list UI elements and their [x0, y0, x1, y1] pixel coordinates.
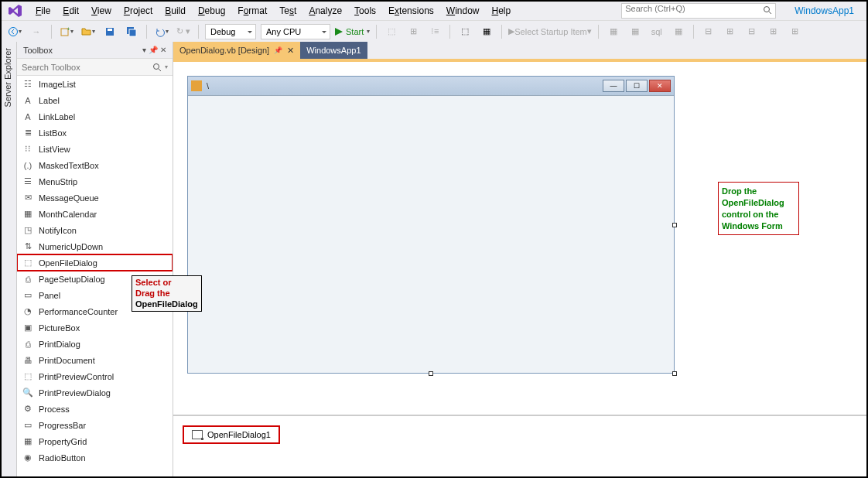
- form-designer-surface[interactable]: \ — ☐ ✕: [173, 62, 866, 415]
- toolbox-search[interactable]: ▾: [17, 59, 173, 76]
- navigate-forward-button[interactable]: →: [28, 23, 45, 40]
- redo-button[interactable]: ↻ ▾: [175, 23, 192, 40]
- solution-config-dropdown[interactable]: Debug: [205, 24, 256, 39]
- toolbar-btn-b[interactable]: ⊞: [405, 23, 422, 40]
- search-icon: [763, 5, 772, 15]
- component-tray[interactable]: OpenFileDialog1: [173, 415, 866, 476]
- toolbox-item-label: MonthCalendar: [39, 210, 97, 219]
- tab-opendialog-design[interactable]: OpenDialog.vb [Design] 📌 ✕: [173, 42, 300, 59]
- start-debug-button[interactable]: Start ▾: [335, 23, 370, 40]
- layout-btn-1[interactable]: ⊟: [700, 23, 717, 40]
- align-btn-4[interactable]: ▦: [670, 23, 687, 40]
- close-button[interactable]: ✕: [649, 80, 671, 92]
- align-btn-2[interactable]: ▦: [627, 23, 644, 40]
- close-icon[interactable]: ✕: [160, 46, 166, 54]
- menu-extensions[interactable]: Extensions: [382, 4, 440, 18]
- close-icon[interactable]: ✕: [287, 46, 294, 56]
- toolbox-item-printdocument[interactable]: 🖶PrintDocument: [17, 352, 173, 368]
- menu-build[interactable]: Build: [159, 4, 192, 18]
- standard-toolbar: ▾ → +▾ ▾ ▾ ↻ ▾ Debug Any CPU Start ▾ ⬚ ⊞…: [2, 20, 866, 42]
- toolbox-item-numericupdown[interactable]: ⇅NumericUpDown: [17, 238, 173, 254]
- undo-button[interactable]: ▾: [153, 23, 170, 40]
- toolbox-item-notifyicon[interactable]: ◳NotifyIcon: [17, 222, 173, 238]
- menu-tools[interactable]: Tools: [348, 4, 382, 18]
- toolbox-item-label: MessageQueue: [39, 193, 99, 203]
- toolbox-item-monthcalendar[interactable]: ▦MonthCalendar: [17, 206, 173, 222]
- menu-debug[interactable]: Debug: [192, 4, 231, 18]
- server-explorer-tab[interactable]: Server Explorer: [2, 42, 17, 476]
- toolbox-item-listbox[interactable]: ≣ListBox: [17, 125, 173, 141]
- form-icon: [191, 80, 202, 91]
- menu-file[interactable]: File: [29, 4, 56, 18]
- toolbar-btn-c[interactable]: ⁝≡: [426, 23, 443, 40]
- menu-edit[interactable]: Edit: [56, 4, 85, 18]
- toolbox-item-picturebox[interactable]: ▣PictureBox: [17, 319, 173, 336]
- svg-line-10: [159, 69, 161, 71]
- toolbox-item-maskedtextbox[interactable]: (.)MaskedTextBox: [17, 157, 173, 173]
- menu-help[interactable]: Help: [486, 4, 518, 18]
- toolbox-item-radiobutton[interactable]: ◉RadioButton: [17, 449, 173, 466]
- toolbox-item-label: Label: [39, 96, 60, 105]
- toolbox-item-imagelist[interactable]: ☷ImageList: [17, 76, 173, 92]
- minimize-button[interactable]: —: [603, 80, 624, 92]
- layout-btn-3[interactable]: ⊟: [743, 23, 760, 40]
- menu-format[interactable]: Format: [231, 4, 273, 18]
- layout-btn-2[interactable]: ⊞: [722, 23, 739, 40]
- layout-btn-5[interactable]: ⊞: [787, 23, 804, 40]
- maximize-button[interactable]: ☐: [626, 80, 648, 92]
- toolbox-item-openfiledialog[interactable]: ⬚OpenFileDialog: [17, 254, 173, 271]
- toolbox-item-listview[interactable]: ⁝⁝ListView: [17, 141, 173, 157]
- align-btn-3[interactable]: sql: [648, 23, 665, 40]
- layout-btn-4[interactable]: ⊞: [765, 23, 782, 40]
- tab-windowsapp1[interactable]: WindowsApp1: [300, 42, 367, 59]
- toolbox-item-progressbar[interactable]: ▭ProgressBar: [17, 417, 173, 433]
- menu-analyze[interactable]: Analyze: [302, 4, 348, 18]
- resize-handle-southeast[interactable]: [672, 371, 677, 376]
- save-button[interactable]: [101, 23, 118, 40]
- toolbox-item-printpreviewcontrol[interactable]: ⬚PrintPreviewControl: [17, 368, 173, 384]
- menu-view[interactable]: View: [85, 4, 118, 18]
- resize-handle-east[interactable]: [672, 223, 677, 227]
- toolbar-btn-a[interactable]: ⬚: [383, 23, 400, 40]
- window-position-icon[interactable]: ▾: [142, 46, 146, 54]
- align-btn-1[interactable]: ▦: [605, 23, 622, 40]
- toolbox-item-label: RadioButton: [39, 453, 86, 463]
- clear-icon[interactable]: ▾: [165, 63, 168, 70]
- toolbox-item-menustrip[interactable]: ☰MenuStrip: [17, 173, 173, 189]
- svg-rect-6: [108, 29, 112, 31]
- quick-launch-search[interactable]: [621, 3, 776, 19]
- startup-item-button[interactable]: ▶ Select Startup Item ▾: [508, 23, 592, 40]
- picturebox-icon: ▣: [22, 322, 34, 334]
- form-client-area[interactable]: [188, 95, 674, 373]
- editor-area: OpenDialog.vb [Design] 📌 ✕ WindowsApp1 \…: [173, 42, 866, 476]
- pin-icon[interactable]: 📌: [274, 46, 282, 54]
- openfiledialog-icon: ⬚: [22, 257, 34, 269]
- form-title-text: \: [207, 81, 603, 90]
- toolbar-btn-d[interactable]: ⬚: [456, 23, 473, 40]
- toolbox-item-label[interactable]: ALabel: [17, 92, 173, 108]
- toolbar-btn-e[interactable]: ▦: [478, 23, 495, 40]
- solution-platform-dropdown[interactable]: Any CPU: [261, 24, 330, 39]
- toolbox-item-process[interactable]: ⚙Process: [17, 401, 173, 417]
- open-file-button[interactable]: ▾: [80, 23, 97, 40]
- toolbox-item-linklabel[interactable]: ALinkLabel: [17, 108, 173, 125]
- save-all-button[interactable]: [123, 23, 140, 40]
- pin-icon[interactable]: 📌: [149, 46, 158, 54]
- menu-window[interactable]: Window: [440, 4, 486, 18]
- toolbox-item-propertygrid[interactable]: ▦PropertyGrid: [17, 433, 173, 449]
- resize-handle-south[interactable]: [429, 371, 433, 376]
- listbox-icon: ≣: [22, 127, 34, 139]
- tray-openfiledialog1[interactable]: OpenFileDialog1: [183, 425, 280, 444]
- design-form[interactable]: \ — ☐ ✕: [187, 76, 675, 374]
- new-project-button[interactable]: +▾: [58, 23, 75, 40]
- menu-test[interactable]: Test: [273, 4, 302, 18]
- toolbox-item-printdialog[interactable]: ⎙PrintDialog: [17, 336, 173, 352]
- navigate-back-button[interactable]: ▾: [6, 23, 23, 40]
- toolbox-search-input[interactable]: [22, 63, 152, 72]
- toolbox-item-label: MaskedTextBox: [39, 161, 99, 170]
- toolbox-item-messagequeue[interactable]: ✉MessageQueue: [17, 189, 173, 206]
- toolbox-item-printpreviewdialog[interactable]: 🔍PrintPreviewDialog: [17, 384, 173, 401]
- toolbox-item-label: Panel: [39, 291, 60, 300]
- quick-launch-input[interactable]: [625, 4, 764, 13]
- menu-project[interactable]: Project: [118, 4, 159, 18]
